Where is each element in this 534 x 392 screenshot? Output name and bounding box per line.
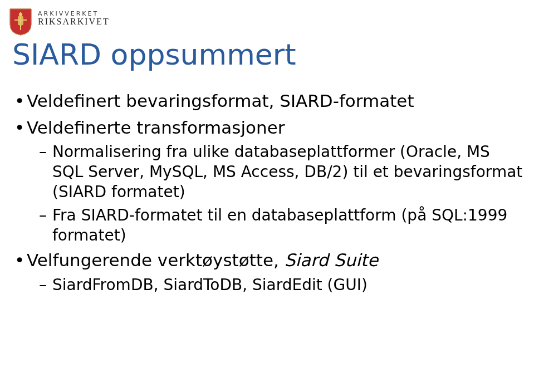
sub-bullet-list: SiardFromDB, SiardToDB, SiardEdit (GUI) (27, 275, 523, 295)
list-item-text: Veldefinerte transformasjoner (27, 117, 285, 138)
list-item-text: Velfungerende verktøystøtte, (27, 250, 285, 270)
list-item: SiardFromDB, SiardToDB, SiardEdit (GUI) (39, 275, 523, 295)
list-item: Veldefinert bevaringsformat, SIARD-forma… (12, 90, 523, 112)
logo-text-line2: RIKSARKIVET (38, 17, 110, 27)
list-item-text: SiardFromDB, SiardToDB, SiardEdit (GUI) (52, 276, 368, 294)
slide-content: SIARD oppsummert Veldefinert bevaringsfo… (12, 38, 523, 300)
sub-bullet-list: Normalisering fra ulike databaseplattfor… (27, 142, 523, 245)
list-item: Veldefinerte transformasjoner Normaliser… (12, 117, 523, 246)
logo-area: ARKIVVERKET RIKSARKIVET (9, 8, 110, 36)
logo-text: ARKIVVERKET RIKSARKIVET (38, 10, 110, 27)
list-item-text: Normalisering fra ulike databaseplattfor… (52, 143, 522, 201)
logo-shield-icon (9, 8, 32, 36)
list-item: Fra SIARD-formatet til en databaseplattf… (39, 205, 523, 246)
list-item-italic: Siard Suite (285, 250, 378, 270)
list-item: Normalisering fra ulike databaseplattfor… (39, 142, 523, 202)
list-item-text: Fra SIARD-formatet til en databaseplattf… (52, 206, 507, 244)
list-item: Velfungerende verktøystøtte, Siard Suite… (12, 249, 523, 295)
slide-title: SIARD oppsummert (12, 38, 523, 71)
bullet-list: Veldefinert bevaringsformat, SIARD-forma… (12, 90, 523, 295)
list-item-text: Veldefinert bevaringsformat, SIARD-forma… (27, 91, 414, 111)
